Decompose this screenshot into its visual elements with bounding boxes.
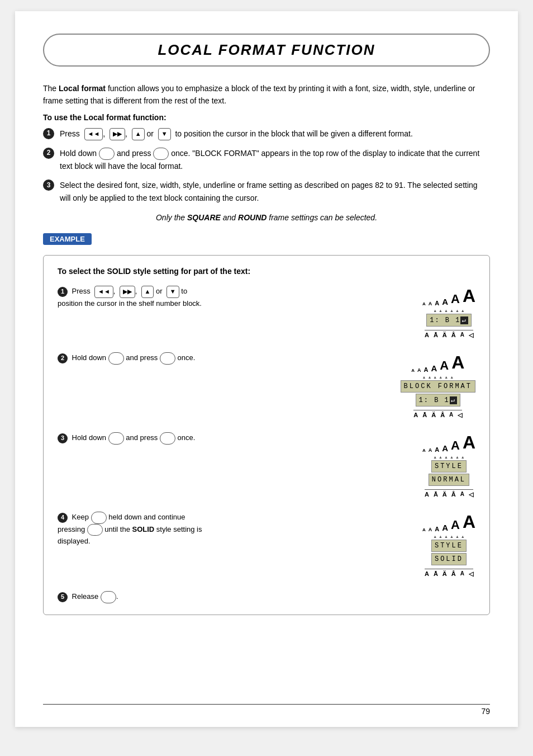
- step-3: 3 Select the desired font, size, width, …: [43, 179, 490, 204]
- intro-paragraph: The Local format function allows you to …: [43, 82, 490, 107]
- ex-step-num-1: 1: [58, 287, 68, 297]
- step-2-text: Hold down and press once. "BLOCK FORMAT"…: [60, 147, 490, 172]
- ex-kbd-hold-2: [108, 352, 124, 365]
- ex-kbd-up-1: ▲: [141, 286, 154, 298]
- ex-step-num-2: 2: [58, 353, 68, 363]
- lcd-bottom-4: AĀÄÂA◁: [425, 569, 473, 578]
- example-step-right-3: A A A A A A ▲▲▲▲▲▲ STYLE NORMAL: [214, 432, 475, 498]
- example-step-right-1: A A A A A A ▲▲▲▲▲▲ 1: B 1↵ AĀÄÂA◁: [214, 286, 475, 339]
- ex-kbd-press-4: [87, 524, 103, 536]
- step-2: 2 Hold down and press once. "BLOCK FORMA…: [43, 147, 490, 172]
- step-num-3: 3: [43, 179, 54, 191]
- example-step-right-2: A A A A A A ▲▲▲▲▲▲ BLOCK FORMAT 1: B 1: [214, 352, 475, 419]
- example-step-left-4: 4 Keep held down and continue pressing u…: [58, 512, 203, 547]
- example-step-left-1: 1 Press ◄◄, ▶▶, ▲ or ▼ to position the c…: [58, 286, 203, 309]
- example-step-row-4: 4 Keep held down and continue pressing u…: [58, 512, 475, 578]
- lcd-panel-2: A A A A A A ▲▲▲▲▲▲ BLOCK FORMAT 1: B 1: [401, 352, 475, 419]
- kbd-hold-2: [99, 148, 115, 160]
- lcd-display-3b: NORMAL: [429, 474, 469, 486]
- example-step-left-5: 5 Release .: [58, 591, 203, 603]
- lcd-display-2a: BLOCK FORMAT: [401, 380, 475, 393]
- lcd-text-3a: STYLE: [435, 462, 463, 470]
- lcd-bottom-3: AĀÄÂA◁: [425, 489, 473, 498]
- main-step-list: 1 Press ◄◄, ▶▶, ▲ or ▼ to position the c…: [43, 127, 490, 204]
- lcd-text-4a: STYLE: [435, 542, 463, 550]
- example-box: To select the SOLID style setting for pa…: [43, 255, 490, 615]
- step-1: 1 Press ◄◄, ▶▶, ▲ or ▼ to position the c…: [43, 127, 490, 140]
- lcd-display-4b: SOLID: [431, 553, 467, 565]
- ex-step-num-3: 3: [58, 433, 68, 443]
- ex-kbd-right-1: ▶▶: [120, 286, 135, 298]
- example-step-row-3: 3 Hold down and press once. A A A A A A: [58, 432, 475, 498]
- example-step-right-4: A A A A A A ▲▲▲▲▲▲ STYLE SOLID: [214, 512, 475, 578]
- lcd-text-2a: BLOCK FORMAT: [404, 382, 472, 390]
- step-1-text: Press ◄◄, ▶▶, ▲ or ▼ to position the cur…: [60, 127, 490, 140]
- ex-kbd-press-3: [160, 432, 175, 445]
- kbd-up: ▲: [132, 128, 145, 140]
- note: Only the SQUARE and ROUND frame settings…: [43, 213, 490, 222]
- bottom-line: [43, 704, 490, 705]
- lcd-bottom-2: AĀÄÂA◁: [413, 410, 462, 419]
- lcd-bottom-1: AĀÄÂA◁: [425, 330, 473, 339]
- kbd-right: ▶▶: [110, 128, 125, 140]
- step-3-text: Select the desired font, size, width, st…: [60, 179, 490, 204]
- kbd-down: ▼: [158, 128, 171, 140]
- lcd-cursor-1: ↵: [460, 316, 468, 324]
- step-num-2: 2: [43, 148, 54, 159]
- example-badge: EXAMPLE: [43, 233, 92, 245]
- lcd-text-1: 1: B 1: [430, 316, 460, 324]
- example-title: To select the SOLID style setting for pa…: [58, 267, 475, 276]
- title-box: LOCAL FORMAT FUNCTION: [43, 34, 490, 67]
- lcd-panel-3: A A A A A A ▲▲▲▲▲▲ STYLE NORMAL: [422, 432, 475, 498]
- lcd-display-2b: 1: B 1↵: [416, 394, 460, 407]
- ex-kbd-release-5: [101, 591, 116, 603]
- kbd-left: ◄◄: [84, 128, 103, 140]
- ex-kbd-keep-4: [91, 512, 107, 524]
- step-num-1: 1: [43, 128, 54, 139]
- lcd-display-4a: STYLE: [431, 540, 467, 552]
- example-step-row-2: 2 Hold down and press once. A A A A A A: [58, 352, 475, 419]
- page-number: 79: [481, 707, 490, 716]
- section-heading: To use the Local format function:: [43, 113, 490, 122]
- lcd-text-4b: SOLID: [435, 555, 463, 563]
- lcd-text-2b: 1: B 1: [419, 396, 450, 404]
- ex-kbd-down-1: ▼: [166, 286, 179, 298]
- example-step-row-1: 1 Press ◄◄, ▶▶, ▲ or ▼ to position the c…: [58, 286, 475, 339]
- lcd-cursor-2: ↵: [450, 396, 457, 404]
- lcd-display-3a: STYLE: [431, 460, 467, 472]
- example-step-row-5: 5 Release .: [58, 591, 475, 603]
- lcd-panel-1: A A A A A A ▲▲▲▲▲▲ 1: B 1↵ AĀÄÂA◁: [422, 286, 475, 339]
- ex-kbd-hold-3: [108, 432, 124, 445]
- ex-step-num-4: 4: [58, 513, 68, 523]
- example-step-left-3: 3 Hold down and press once.: [58, 432, 203, 445]
- page: LOCAL FORMAT FUNCTION The Local format f…: [15, 11, 518, 727]
- page-title: LOCAL FORMAT FUNCTION: [55, 41, 478, 59]
- lcd-text-3b: NORMAL: [432, 476, 466, 484]
- ex-kbd-left-1: ◄◄: [94, 286, 113, 298]
- lcd-display-1: 1: B 1↵: [426, 314, 471, 327]
- example-step-left-2: 2 Hold down and press once.: [58, 352, 203, 365]
- ex-kbd-press-2: [160, 352, 175, 365]
- lcd-panel-4: A A A A A A ▲▲▲▲▲▲ STYLE SOLID: [422, 512, 475, 578]
- kbd-press-2: [153, 148, 169, 160]
- ex-step-num-5: 5: [58, 592, 68, 602]
